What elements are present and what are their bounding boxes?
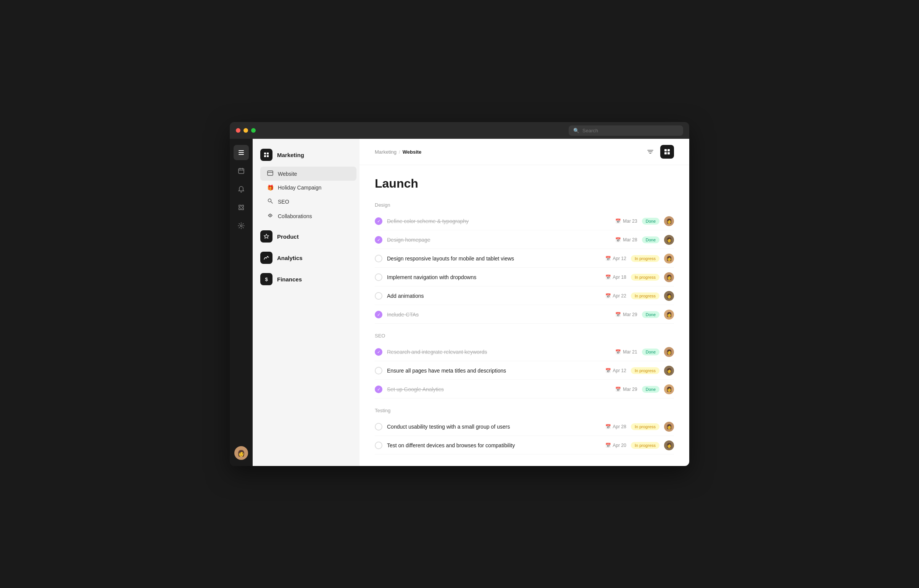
seo-icon [266,198,274,205]
svg-rect-22 [668,149,670,151]
sidebar-item-seo[interactable]: SEO [260,194,357,208]
task-avatar-5: 👩 [664,291,674,301]
sidebar: Marketing Website 🎁 Ho [253,139,360,466]
task-checkbox-9[interactable]: ✓ [375,386,383,393]
task-avatar-4: 👩 [664,272,674,282]
task-avatar-8: 👩 [664,366,674,376]
status-badge-5: In progress [631,292,660,299]
nav-settings-icon[interactable] [233,218,249,233]
search-input[interactable] [582,128,679,134]
task-avatar-2: 👩 [664,235,674,245]
breadcrumb-separator: / [399,149,400,155]
task-avatar-3: 👩 [664,254,674,263]
calendar-icon: 📅 [615,349,621,355]
task-checkbox-4[interactable] [375,273,383,281]
task-meta-6: 📅 Mar 29 Done 👩 [615,310,674,320]
task-label-2: Design homepage [387,237,611,243]
task-meta-1: 📅 Mar 23 Done 👩 [615,216,674,226]
task-list-design: ✓ Define color scheme & typography 📅 Mar… [375,212,674,324]
task-meta-8: 📅 Apr 12 In progress 👩 [605,366,674,376]
task-checkbox-5[interactable] [375,292,383,300]
product-group-icon [260,230,272,242]
close-button[interactable] [236,128,240,133]
task-checkbox-10[interactable] [375,423,383,431]
main-body: Launch Design ✓ Define color scheme & ty… [360,165,689,466]
svg-point-7 [240,225,242,227]
svg-point-16 [270,215,271,216]
user-avatar[interactable]: 👩 [234,446,248,460]
table-row: Implement navigation with dropdowns 📅 Ap… [375,268,674,286]
task-meta-7: 📅 Mar 21 Done 👩 [615,347,674,357]
marketing-sidebar-items: Website 🎁 Holiday Campaign SE [253,165,360,225]
sidebar-item-holiday-campaign[interactable]: 🎁 Holiday Campaign [260,181,357,194]
calendar-icon: 📅 [605,368,611,373]
svg-rect-23 [665,152,667,154]
nav-bell-icon[interactable] [233,181,249,197]
table-row: ✓ Define color scheme & typography 📅 Mar… [375,212,674,230]
task-checkbox-3[interactable] [375,255,383,262]
user-avatar-nav[interactable]: 👩 [234,446,248,460]
sidebar-group-marketing: Marketing Website 🎁 Ho [253,145,360,225]
task-avatar-10: 👩 [664,422,674,432]
task-checkbox-1[interactable]: ✓ [375,217,383,225]
finances-group-label: Finances [277,276,302,283]
nav-calendar-icon[interactable] [233,163,249,178]
status-badge-3: In progress [631,255,660,262]
section-design-header: Design [375,202,674,208]
task-checkbox-6[interactable]: ✓ [375,311,383,318]
website-icon [266,170,274,177]
page-title: Launch [375,176,674,191]
minimize-button[interactable] [243,128,248,133]
table-row: Design responsive layouts for mobile and… [375,250,674,268]
nav-list-icon[interactable] [233,145,249,160]
svg-rect-24 [668,152,670,154]
task-checkbox-8[interactable] [375,367,383,375]
task-list-testing: Conduct usability testing with a small g… [375,418,674,454]
sidebar-group-product-header[interactable]: Product [253,226,360,246]
task-list-seo: ✓ Research and integrate relevant keywor… [375,343,674,399]
task-label-6: Include CTAs [387,312,611,318]
breadcrumb: Marketing / Website [375,149,421,155]
task-date-8: 📅 Apr 12 [605,368,626,373]
task-meta-10: 📅 Apr 28 In progress 👩 [605,422,674,432]
collaborations-icon [266,212,274,220]
task-label-5: Add animations [387,293,601,299]
sidebar-item-collaborations[interactable]: Collaborations [260,209,357,223]
analytics-group-icon [260,252,272,264]
filter-button[interactable] [643,145,657,158]
breadcrumb-parent: Marketing [375,149,397,155]
task-label-10: Conduct usability testing with a small g… [387,424,601,430]
finances-group-icon: $ [260,273,272,285]
task-label-7: Research and integrate relevant keywords [387,349,611,355]
task-avatar-11: 👩 [664,441,674,450]
analytics-group-label: Analytics [277,255,303,261]
search-icon: 🔍 [573,128,579,134]
task-label-11: Test on different devices and browses fo… [387,442,601,448]
svg-marker-17 [264,234,269,238]
product-group-label: Product [277,233,299,240]
task-checkbox-11[interactable] [375,441,383,449]
status-badge-4: In progress [631,274,660,281]
sidebar-group-marketing-header[interactable]: Marketing [253,145,360,165]
sidebar-group-analytics-header[interactable]: Analytics [253,248,360,268]
task-checkbox-7[interactable]: ✓ [375,348,383,356]
search-bar[interactable]: 🔍 [569,126,683,136]
task-date-7: 📅 Mar 21 [615,349,637,355]
sidebar-item-website[interactable]: Website [260,166,357,181]
status-badge-11: In progress [631,442,660,449]
svg-rect-21 [665,149,667,151]
svg-rect-12 [267,171,273,175]
svg-rect-1 [238,152,244,153]
calendar-icon: 📅 [615,237,621,242]
task-date-11: 📅 Apr 20 [605,443,626,448]
maximize-button[interactable] [251,128,256,133]
task-checkbox-2[interactable]: ✓ [375,236,383,244]
nav-puzzle-icon[interactable] [233,200,249,215]
marketing-group-label: Marketing [277,152,304,158]
view-toggle-button[interactable] [660,145,674,158]
header-actions [643,145,674,158]
sidebar-group-finances-header[interactable]: $ Finances [253,269,360,289]
titlebar: 🔍 [230,122,689,139]
status-badge-2: Done [642,236,660,243]
task-avatar-7: 👩 [664,347,674,357]
